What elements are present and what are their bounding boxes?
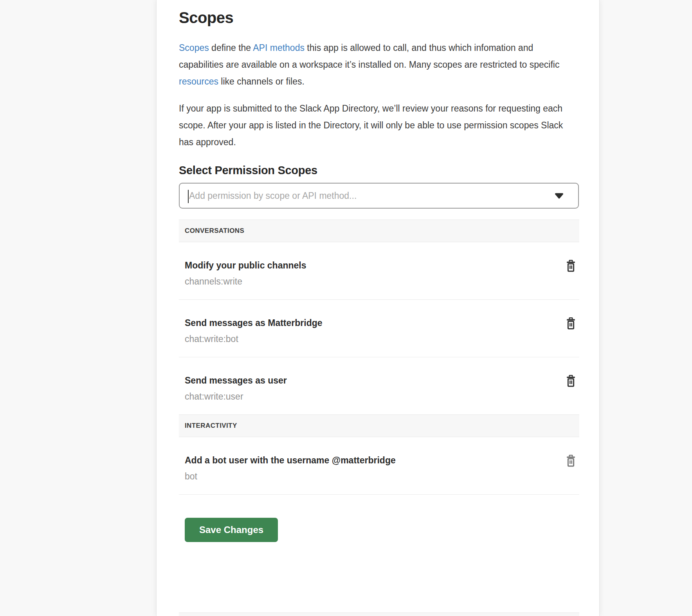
dropdown-caret-icon[interactable] — [554, 193, 564, 199]
scopes-link[interactable]: Scopes — [179, 43, 209, 53]
scope-search-combobox — [179, 183, 579, 209]
scope-section-header: INTERACTIVITY — [179, 414, 579, 437]
delete-scope-button[interactable] — [563, 373, 578, 389]
scope-code: bot — [185, 470, 548, 482]
scope-row: Send messages as userchat:write:user — [179, 357, 579, 414]
scope-title: Add a bot user with the username @matter… — [185, 454, 548, 466]
scope-section-interactivity: INTERACTIVITYAdd a bot user with the use… — [179, 414, 579, 495]
scope-title: Send messages as user — [185, 375, 548, 386]
scope-section-header: CONVERSATIONS — [179, 220, 579, 242]
scope-title: Modify your public channels — [185, 259, 548, 271]
delete-scope-button[interactable] — [563, 315, 578, 331]
page: Scopes Scopes define the API methods thi… — [0, 0, 692, 616]
scope-list: CONVERSATIONSModify your public channels… — [179, 220, 579, 495]
scope-section-label: CONVERSATIONS — [185, 227, 244, 235]
scope-row: Add a bot user with the username @matter… — [179, 437, 579, 495]
scope-section-conversations: CONVERSATIONSModify your public channels… — [179, 220, 579, 414]
scope-code: chat:write:user — [185, 391, 548, 402]
scope-row: Modify your public channelschannels:writ… — [179, 242, 579, 300]
intro-paragraph-1: Scopes define the API methods this app i… — [179, 40, 576, 90]
delete-scope-button[interactable] — [563, 453, 578, 468]
scope-title: Send messages as Matterbridge — [185, 317, 548, 329]
scope-code: chat:write:bot — [185, 333, 548, 345]
scope-search-input[interactable] — [180, 184, 578, 208]
page-title: Scopes — [179, 9, 578, 27]
text-caret — [188, 190, 189, 203]
delete-scope-button[interactable] — [563, 258, 578, 274]
scope-row: Send messages as Matterbridgechat:write:… — [179, 300, 579, 357]
intro-paragraph-2: If your app is submitted to the Slack Ap… — [179, 100, 576, 151]
paragraph-text: define the — [209, 43, 253, 53]
scope-section-label: INTERACTIVITY — [185, 422, 237, 430]
sidebar — [0, 0, 156, 616]
trash-icon — [566, 267, 576, 273]
cut-off-section-bar — [179, 612, 579, 616]
main-panel: Scopes Scopes define the API methods thi… — [156, 0, 600, 616]
paragraph-text: like channels or files. — [218, 76, 305, 86]
scopes-content: Scopes Scopes define the API methods thi… — [157, 0, 599, 616]
api-methods-link[interactable]: API methods — [253, 43, 305, 53]
save-changes-button[interactable]: Save Changes — [185, 518, 278, 542]
trash-icon — [566, 462, 576, 468]
resources-link[interactable]: resources — [179, 76, 218, 86]
trash-icon — [566, 382, 576, 388]
scope-code: channels:write — [185, 276, 548, 287]
trash-icon — [566, 325, 576, 331]
select-permission-scopes-heading: Select Permission Scopes — [179, 163, 578, 177]
